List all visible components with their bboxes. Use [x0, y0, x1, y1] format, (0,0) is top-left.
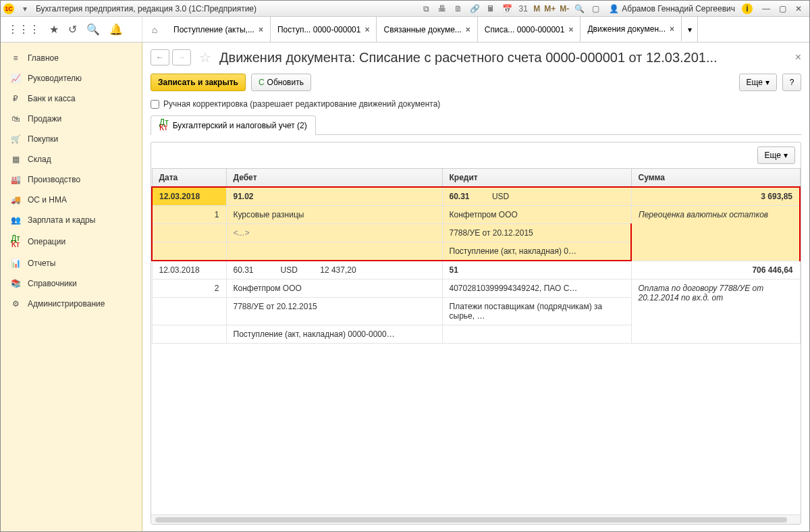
close-button[interactable]: ✕	[790, 4, 807, 14]
apps-icon[interactable]: ⋮⋮⋮	[7, 23, 40, 36]
sidebar-item-purchases[interactable]: 🛒Покупки	[1, 129, 142, 149]
history-icon[interactable]: ↺	[68, 23, 77, 36]
menu-icon: ≡	[10, 53, 21, 63]
titlebar: 1С ▾ Бухгалтерия предприятия, редакция 3…	[1, 1, 809, 17]
panel-icon[interactable]: ▢	[589, 3, 602, 14]
current-user[interactable]: 👤Абрамов Геннадий Сергеевич	[609, 4, 735, 14]
people-icon: 👥	[10, 215, 21, 225]
app-menu-dropdown[interactable]: ▾	[18, 3, 32, 14]
grid-icon: ▦	[10, 155, 21, 164]
info-icon[interactable]: i	[742, 3, 753, 14]
document-tabs: Поступление (акты,...× Поступ... 0000-00…	[167, 17, 809, 42]
accounting-tab[interactable]: ДтКт Бухгалтерский и налоговый учет (2)	[151, 115, 316, 135]
sidebar-item-warehouse[interactable]: ▦Склад	[1, 149, 142, 169]
nav-forward[interactable]: →	[172, 49, 191, 65]
zoom-icon[interactable]: 🔍	[572, 3, 586, 14]
main-toolbar: ⋮⋮⋮ ★ ↺ 🔍 🔔 ⌂ Поступление (акты,...× Пос…	[1, 17, 809, 43]
command-bar: Записать и закрыть СОбновить Еще▾ ?	[142, 65, 809, 99]
toolbar-icon[interactable]: ⧉	[419, 3, 433, 14]
link-icon[interactable]: 🔗	[468, 3, 481, 14]
entry-row-1b[interactable]: 1 Курсовые разницы Конфетпром ООО Переоц…	[152, 206, 800, 224]
truck-icon: 🚚	[10, 195, 21, 205]
dtkt-icon: ДтКт	[10, 236, 21, 248]
sidebar-item-admin[interactable]: ⚙Администрирование	[1, 294, 142, 314]
window-controls: — ▢ ✕	[758, 4, 807, 14]
tab-3[interactable]: Списа... 0000-000001×	[478, 17, 581, 42]
sidebar-item-reports[interactable]: 📊Отчеты	[1, 253, 142, 273]
sidebar: ≡Главное 📈Руководителю ₽Банк и касса 🛍Пр…	[1, 43, 142, 531]
home-button[interactable]: ⌂	[142, 17, 167, 42]
app-title: Бухгалтерия предприятия, редакция 3.0 (1…	[36, 4, 256, 14]
books-icon: 📚	[10, 279, 21, 288]
table-header-row: Дата Дебет Кредит Сумма	[152, 169, 800, 188]
manual-adjust-checkbox[interactable]	[151, 100, 159, 109]
cart-icon: 🛒	[10, 134, 21, 144]
close-icon[interactable]: ×	[466, 25, 470, 34]
sidebar-item-main[interactable]: ≡Главное	[1, 48, 142, 68]
save-close-button[interactable]: Записать и закрыть	[151, 74, 246, 91]
notifications-icon[interactable]: 🔔	[109, 23, 123, 36]
doc-icon[interactable]: 🗎	[452, 3, 465, 14]
memory-buttons[interactable]: MM+M-	[531, 4, 571, 14]
favorites-icon[interactable]: ★	[49, 23, 59, 36]
close-icon[interactable]: ×	[364, 25, 369, 34]
favorite-star-icon[interactable]: ☆	[199, 49, 211, 65]
manual-adjust-row: Ручная корректировка (разрешает редактир…	[142, 99, 809, 115]
close-icon[interactable]: ×	[259, 25, 263, 34]
close-icon[interactable]: ×	[568, 25, 573, 34]
sidebar-item-production[interactable]: 🏭Производство	[1, 169, 142, 190]
col-sum[interactable]: Сумма	[631, 169, 800, 188]
gear-icon: ⚙	[10, 299, 21, 309]
calc-icon[interactable]: 🖩	[484, 3, 497, 14]
tab-1[interactable]: Поступ... 0000-000001×	[271, 17, 377, 42]
sidebar-item-operations[interactable]: ДтКтОперации	[1, 230, 142, 253]
print-icon[interactable]: 🖶	[435, 3, 449, 14]
chevron-down-icon: ▾	[765, 78, 770, 87]
close-icon[interactable]: ×	[670, 24, 674, 34]
sidebar-item-catalogs[interactable]: 📚Справочники	[1, 273, 142, 294]
sidebar-item-manager[interactable]: 📈Руководителю	[1, 68, 142, 88]
horizontal-scrollbar[interactable]	[151, 514, 801, 524]
manual-adjust-label: Ручная корректировка (разрешает редактир…	[163, 99, 440, 109]
entries-grid: Еще▾ Дата Дебет Кредит Сумма 12.03.2018	[151, 142, 801, 525]
document-title: Движения документа: Списание с расчетног…	[219, 50, 787, 65]
ruble-icon: ₽	[10, 94, 21, 103]
sidebar-item-sales[interactable]: 🛍Продажи	[1, 109, 142, 129]
sidebar-item-bank[interactable]: ₽Банк и касса	[1, 88, 142, 109]
page-tabs: ДтКт Бухгалтерский и налоговый учет (2)	[151, 115, 801, 135]
nav-back[interactable]: ←	[151, 49, 169, 65]
close-document[interactable]: ×	[795, 51, 801, 63]
date-icon[interactable]: 31	[516, 3, 530, 14]
entry-row-1[interactable]: 12.03.2018 91.02 60.31 USD 3 693,85	[152, 187, 800, 206]
bars-icon: 📊	[10, 259, 21, 268]
col-date[interactable]: Дата	[152, 169, 226, 188]
calendar-icon[interactable]: 📅	[500, 3, 514, 14]
refresh-button[interactable]: СОбновить	[251, 74, 311, 91]
entries-table: Дата Дебет Кредит Сумма 12.03.2018 91.02…	[151, 168, 801, 344]
tab-0[interactable]: Поступление (акты,...×	[167, 17, 271, 42]
search-icon[interactable]: 🔍	[86, 23, 100, 36]
factory-icon: 🏭	[10, 175, 21, 184]
refresh-icon: С	[259, 78, 265, 87]
entry-row-2[interactable]: 12.03.2018 60.31 USD 12 437,20 51 706 44…	[152, 261, 800, 280]
tab-4[interactable]: Движения докумен...×	[580, 17, 682, 42]
chart-icon: 📈	[10, 74, 21, 83]
bag-icon: 🛍	[10, 114, 21, 124]
main-content: ← → ☆ Движения документа: Списание с рас…	[142, 43, 809, 531]
col-credit[interactable]: Кредит	[442, 169, 631, 188]
entry-row-2b[interactable]: 2 Конфетпром ООО 40702810399994349242, П…	[152, 280, 800, 298]
tab-2[interactable]: Связанные докуме...×	[377, 17, 477, 42]
app-logo-icon: 1С	[3, 3, 14, 14]
col-debit[interactable]: Дебет	[226, 169, 442, 188]
document-header: ← → ☆ Движения документа: Списание с рас…	[142, 43, 809, 65]
chevron-down-icon: ▾	[784, 151, 788, 160]
dtkt-icon: ДтКт	[159, 120, 169, 131]
more-button[interactable]: Еще▾	[739, 74, 777, 91]
sidebar-item-assets[interactable]: 🚚ОС и НМА	[1, 190, 142, 210]
minimize-button[interactable]: —	[758, 4, 774, 14]
help-button[interactable]: ?	[782, 74, 801, 91]
sidebar-item-salary[interactable]: 👥Зарплата и кадры	[1, 210, 142, 230]
maximize-button[interactable]: ▢	[774, 4, 790, 14]
grid-more-button[interactable]: Еще▾	[757, 147, 795, 164]
tabs-more[interactable]: ▾	[682, 17, 698, 42]
